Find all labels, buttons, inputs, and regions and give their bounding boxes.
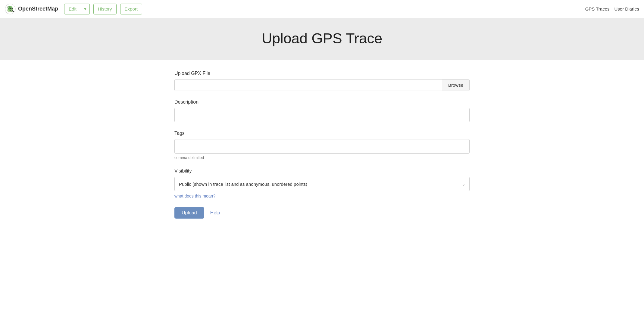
logo-text: OpenStreetMap xyxy=(18,6,58,12)
export-button[interactable]: Export xyxy=(120,4,142,14)
browse-button[interactable]: Browse xyxy=(442,79,469,91)
file-upload-label: Upload GPX File xyxy=(174,71,470,76)
gps-traces-link[interactable]: GPS Traces xyxy=(585,6,610,11)
form-actions: Upload Help xyxy=(174,207,470,219)
user-diaries-link[interactable]: User Diaries xyxy=(614,6,639,11)
file-input-text[interactable] xyxy=(175,79,442,91)
visibility-label: Visibility xyxy=(174,168,470,174)
edit-button[interactable]: Edit xyxy=(64,4,81,14)
page-title: Upload GPS Trace xyxy=(0,30,644,47)
visibility-group: Visibility Public (shown in trace list a… xyxy=(174,168,470,199)
tags-label: Tags xyxy=(174,131,470,136)
chevron-down-icon: ▾ xyxy=(84,6,86,12)
description-group: Description xyxy=(174,99,470,122)
file-input-row: Browse xyxy=(174,79,470,91)
visibility-select-wrapper: Public (shown in trace list and as anony… xyxy=(174,177,470,191)
tags-input[interactable] xyxy=(174,139,470,154)
upload-button[interactable]: Upload xyxy=(174,207,204,219)
navbar: OpenStreetMap Edit ▾ History Export GPS … xyxy=(0,0,644,18)
navbar-left: OpenStreetMap Edit ▾ History Export xyxy=(5,4,142,14)
file-upload-group: Upload GPX File Browse xyxy=(174,71,470,91)
logo-area: OpenStreetMap xyxy=(5,4,58,14)
description-label: Description xyxy=(174,99,470,105)
what-does-mean-link[interactable]: what does this mean? xyxy=(174,194,215,198)
svg-point-5 xyxy=(7,6,8,8)
edit-button-group: Edit ▾ xyxy=(64,4,90,14)
navbar-right: GPS Traces User Diaries xyxy=(585,6,639,11)
visibility-select[interactable]: Public (shown in trace list and as anony… xyxy=(174,177,470,191)
hero-section: Upload GPS Trace xyxy=(0,18,644,60)
tags-hint: comma delimited xyxy=(174,155,470,160)
history-button[interactable]: History xyxy=(93,4,117,14)
osm-logo-icon xyxy=(5,4,16,14)
upload-form: Upload GPX File Browse Description Tags … xyxy=(162,71,482,237)
edit-dropdown-button[interactable]: ▾ xyxy=(81,4,90,14)
help-link[interactable]: Help xyxy=(210,210,220,216)
tags-group: Tags comma delimited xyxy=(174,131,470,160)
description-input[interactable] xyxy=(174,108,470,122)
